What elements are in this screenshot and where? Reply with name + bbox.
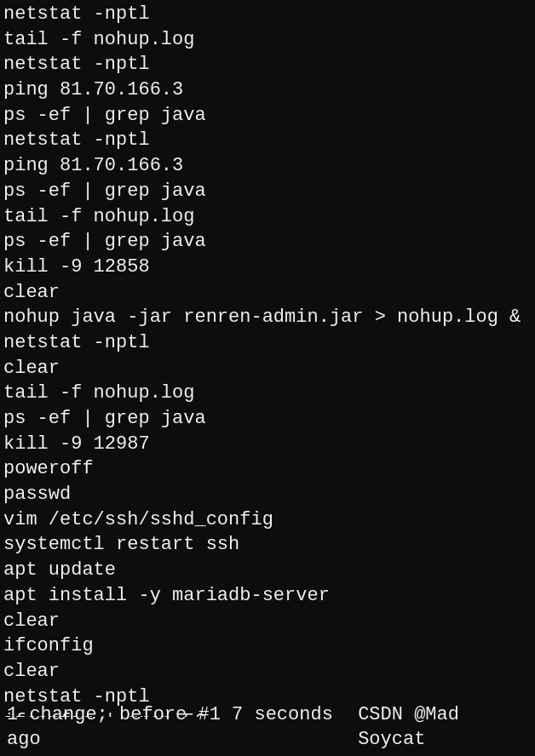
terminal-line: poweroff bbox=[3, 456, 532, 482]
terminal-line: netstat -nptl bbox=[3, 128, 532, 153]
status-bar: 1 change; before #1 7 seconds ago CSDN @… bbox=[3, 717, 532, 754]
terminal-line: vim /etc/ssh/sshd_config bbox=[3, 507, 532, 533]
terminal-line: nohup java -jar renren-admin.jar > nohup… bbox=[3, 305, 532, 330]
terminal-line: tail -f nohup.log bbox=[3, 27, 532, 53]
terminal-line: ping 81.70.166.3 bbox=[3, 77, 532, 103]
terminal-line: systemctl restart ssh bbox=[3, 532, 532, 558]
terminal-line: ps -ef | grep java bbox=[3, 229, 532, 255]
terminal-line: ping 81.70.166.3 bbox=[3, 153, 532, 179]
terminal-line: kill -9 12858 bbox=[3, 255, 532, 280]
status-right: CSDN @Mad Soycat bbox=[358, 702, 528, 753]
terminal-line: passwd bbox=[3, 482, 532, 507]
terminal-line: apt update bbox=[3, 558, 532, 583]
terminal-line: tail -f nohup.log bbox=[3, 381, 532, 406]
terminal-line: netstat -nptl bbox=[3, 52, 532, 77]
terminal-line: ps -ef | grep java bbox=[3, 179, 532, 204]
terminal-line: tail -f nohup.log bbox=[3, 204, 532, 230]
terminal-line: clear bbox=[3, 609, 532, 634]
terminal-line: kill -9 12987 bbox=[3, 432, 532, 457]
terminal-line: ps -ef | grep java bbox=[3, 103, 532, 129]
terminal-line: clear bbox=[3, 659, 532, 684]
terminal-line: netstat -nptl bbox=[3, 330, 532, 356]
status-left: 1 change; before #1 7 seconds ago bbox=[7, 702, 358, 753]
terminal: netstat -nptltail -f nohup.lognetstat -n… bbox=[0, 0, 535, 756]
terminal-line: clear bbox=[3, 280, 532, 306]
terminal-lines: netstat -nptltail -f nohup.lognetstat -n… bbox=[3, 2, 532, 717]
terminal-line: apt install -y mariadb-server bbox=[3, 583, 532, 609]
terminal-line: ifconfig bbox=[3, 633, 532, 659]
terminal-line: ps -ef | grep java bbox=[3, 406, 532, 432]
terminal-line: clear bbox=[3, 356, 532, 381]
terminal-line: netstat -nptl bbox=[3, 2, 532, 27]
